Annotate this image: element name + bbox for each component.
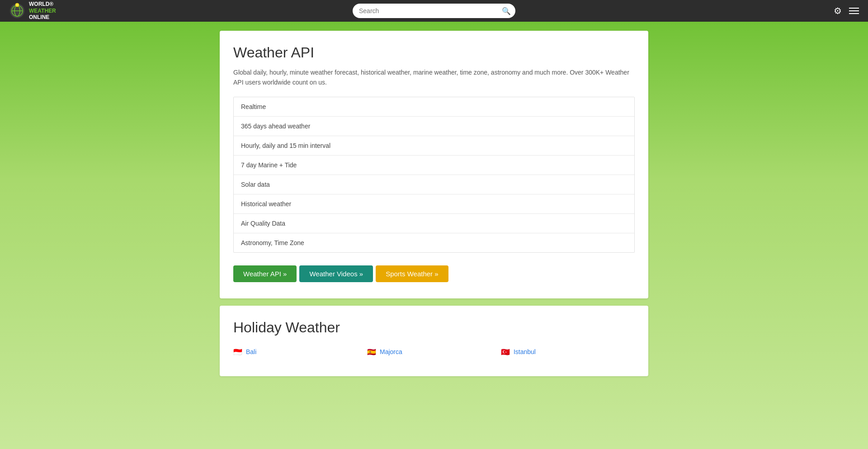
feature-list-item: Solar data [234, 175, 634, 194]
feature-list-item: Realtime [234, 97, 634, 117]
settings-icon[interactable]: ⚙ [834, 5, 842, 16]
feature-list-item: 365 days ahead weather [234, 117, 634, 136]
country-flag: 🇮🇩 [233, 348, 242, 356]
holiday-link[interactable]: Istanbul [514, 348, 536, 355]
holiday-list: 🇮🇩Bali🇪🇸Majorca🇹🇷Istanbul [233, 344, 635, 360]
holiday-weather-title: Holiday Weather [233, 319, 635, 336]
weather-api-card: Weather API Global daily, hourly, minute… [220, 31, 648, 298]
holiday-item: 🇹🇷Istanbul [501, 344, 635, 360]
cta-button-2[interactable]: Sports Weather » [376, 265, 448, 282]
button-row: Weather API »Weather Videos »Sports Weat… [233, 265, 635, 282]
cta-button-0[interactable]: Weather API » [233, 265, 297, 282]
weather-api-description: Global daily, hourly, minute weather for… [233, 67, 635, 88]
logo-icon [9, 3, 25, 19]
header: WORLD® WEATHER ONLINE 🔍 ⚙ [0, 0, 868, 22]
logo-text: WORLD® WEATHER ONLINE [29, 1, 56, 20]
search-input[interactable] [353, 4, 515, 18]
holiday-link[interactable]: Majorca [380, 348, 402, 355]
search-button[interactable]: 🔍 [502, 7, 511, 15]
country-flag: 🇹🇷 [501, 348, 510, 356]
holiday-link[interactable]: Bali [246, 348, 256, 355]
holiday-weather-card: Holiday Weather 🇮🇩Bali🇪🇸Majorca🇹🇷Istanbu… [220, 306, 648, 376]
weather-api-title: Weather API [233, 44, 635, 61]
feature-list-item: Historical weather [234, 194, 634, 214]
holiday-item: 🇮🇩Bali [233, 344, 367, 360]
logo[interactable]: WORLD® WEATHER ONLINE [9, 1, 56, 20]
feature-list-item: Air Quality Data [234, 214, 634, 233]
svg-point-4 [15, 3, 19, 7]
header-actions: ⚙ [834, 5, 859, 16]
country-flag: 🇪🇸 [367, 348, 376, 356]
feature-list-item: Astronomy, Time Zone [234, 233, 634, 252]
menu-icon[interactable] [849, 8, 859, 14]
holiday-item: 🇪🇸Majorca [367, 344, 501, 360]
main-content: Weather API Global daily, hourly, minute… [212, 22, 656, 392]
search-area: 🔍 [353, 4, 515, 18]
feature-list-item: Hourly, daily and 15 min interval [234, 136, 634, 156]
search-icon: 🔍 [502, 7, 511, 15]
cta-button-1[interactable]: Weather Videos » [299, 265, 373, 282]
feature-list-item: 7 day Marine + Tide [234, 156, 634, 175]
feature-list: Realtime365 days ahead weatherHourly, da… [233, 97, 635, 253]
